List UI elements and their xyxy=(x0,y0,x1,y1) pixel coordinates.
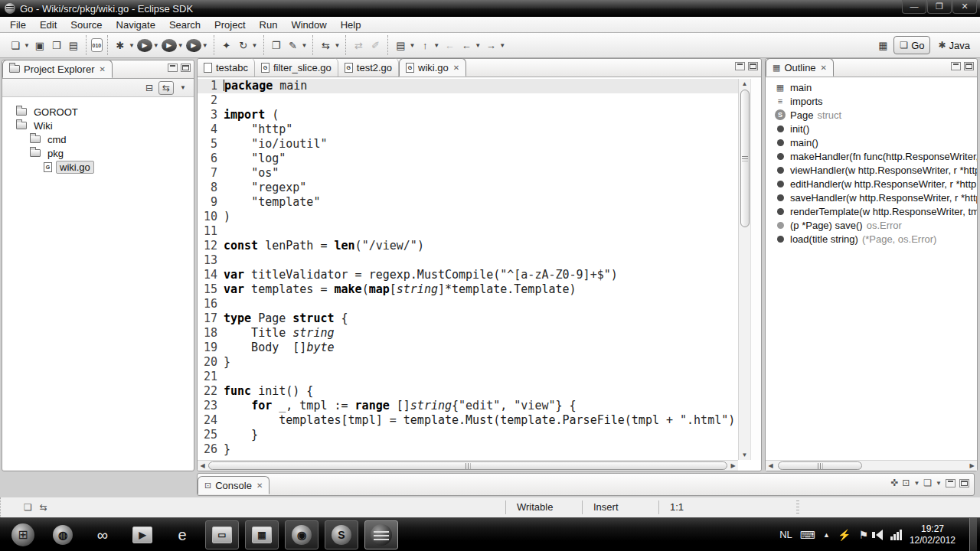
taskbar-windows-explorer-button[interactable]: ▭ xyxy=(205,520,239,549)
menu-search[interactable]: Search xyxy=(162,17,207,33)
minimize-editor-icon[interactable] xyxy=(735,62,745,70)
tree-item-wiki-go[interactable]: Gwiki.go xyxy=(2,160,194,174)
taskbar-eclipse-button[interactable] xyxy=(364,520,398,549)
editor-tab-testabc[interactable]: testabc xyxy=(198,58,255,77)
run-history-icon[interactable]: ▶ xyxy=(162,39,177,52)
outline-item[interactable]: viewHandler(w http.ResponseWriter, r *ht… xyxy=(766,163,977,177)
hidden-icons-chevron[interactable]: ▲ xyxy=(823,531,830,539)
minimize-panel-icon[interactable] xyxy=(168,64,178,72)
code-line-11[interactable]: 11 xyxy=(198,224,738,239)
refresh-icon[interactable]: ↻ xyxy=(236,37,251,53)
dropdown-icon[interactable]: ▼ xyxy=(178,42,184,49)
code-line-18[interactable]: 18 Title string xyxy=(198,326,738,341)
back-icon[interactable]: ← xyxy=(459,37,474,53)
code-line-7[interactable]: 7 "os" xyxy=(198,166,738,181)
menu-help[interactable]: Help xyxy=(334,17,368,33)
code-line-6[interactable]: 6 "log" xyxy=(198,152,738,166)
binary-file-icon[interactable]: 010 xyxy=(91,38,103,52)
volume-icon[interactable] xyxy=(876,530,883,540)
code-line-26[interactable]: 26} xyxy=(198,442,738,457)
open-resource-icon[interactable]: ❐ xyxy=(269,37,284,53)
restore-window-button[interactable]: ❐ xyxy=(927,0,952,14)
maximize-panel-icon[interactable] xyxy=(959,479,969,487)
code-line-2[interactable]: 2 xyxy=(198,93,738,108)
outline-item[interactable]: makeHandler(fn func(http.ResponseWriter, xyxy=(766,149,977,163)
open-perspective-icon[interactable]: ▦ xyxy=(875,37,890,53)
dropdown-icon[interactable]: ▼ xyxy=(433,42,439,49)
outline-tab[interactable]: ▦ Outline ✕ xyxy=(766,58,834,77)
outline-item[interactable]: ≡imports xyxy=(766,94,977,108)
open-console-icon[interactable]: ❏ xyxy=(923,478,932,488)
perspective-go[interactable]: ❏Go xyxy=(893,36,930,54)
outline-horizontal-scrollbar[interactable]: ◀ ▶ xyxy=(766,460,977,471)
horizontal-scroll-thumb[interactable] xyxy=(208,461,727,470)
taskbar-visual-studio-button[interactable]: ∞ xyxy=(86,520,119,549)
save-all-icon[interactable]: ❒ xyxy=(49,37,64,53)
code-line-13[interactable]: 13 xyxy=(198,253,738,268)
display-console-icon[interactable]: ⊡ xyxy=(902,478,910,488)
mark-occurrences-icon[interactable]: ✎ xyxy=(286,37,301,53)
horizontal-scroll-thumb[interactable] xyxy=(778,461,862,470)
close-icon[interactable]: ✕ xyxy=(99,65,105,73)
code-line-23[interactable]: 23 for _, tmpl := range []string{"edit",… xyxy=(198,399,738,413)
run-config-icon[interactable]: ▶ xyxy=(186,39,201,52)
outline-item[interactable]: load(title string)(*Page, os.Error) xyxy=(766,232,977,246)
new-icon[interactable]: ❏ xyxy=(8,37,23,53)
network-signal-icon[interactable] xyxy=(890,530,902,540)
minimize-window-button[interactable]: — xyxy=(902,0,926,14)
menu-run[interactable]: Run xyxy=(253,17,285,33)
code-line-25[interactable]: 25 } xyxy=(198,428,738,442)
editor-tab-wiki-go[interactable]: Gwiki.go✕ xyxy=(399,58,466,77)
code-line-8[interactable]: 8 "regexp" xyxy=(198,181,738,195)
dropdown-icon[interactable]: ▼ xyxy=(409,42,415,49)
outline-item[interactable]: ▦main xyxy=(766,80,977,94)
editor-trim-icon[interactable]: ⇆ xyxy=(40,502,47,513)
code-line-14[interactable]: 14var titleValidator = regexp.MustCompil… xyxy=(198,268,738,282)
window-titlebar[interactable]: Go - Wiki/src/pkg/wiki.go - Eclipse SDK … xyxy=(0,0,980,17)
outline-item[interactable]: saveHandler(w http.ResponseWriter, r *ht… xyxy=(766,191,977,204)
checklist-icon[interactable]: ▤ xyxy=(393,37,408,53)
code-editor[interactable]: 1package main23import (4 "http"5 "io/iou… xyxy=(198,77,761,471)
dropdown-icon[interactable]: ▼ xyxy=(913,480,920,487)
action-center-flag-icon[interactable]: ⚑ xyxy=(858,529,868,541)
dropdown-icon[interactable]: ▼ xyxy=(499,42,505,49)
code-line-19[interactable]: 19 Body []byte xyxy=(198,341,738,355)
forward-icon[interactable]: → xyxy=(483,37,498,53)
new-wizard-icon[interactable]: ✦ xyxy=(219,37,234,53)
fast-view-icon[interactable]: ❏ xyxy=(24,502,32,513)
menu-source[interactable]: Source xyxy=(64,17,109,33)
code-line-12[interactable]: 12const lenPath = len("/view/") xyxy=(198,239,738,253)
pin-console-icon[interactable]: ✜ xyxy=(890,478,898,488)
menu-edit[interactable]: Edit xyxy=(33,17,64,33)
taskbar-calculator-button[interactable]: ▦ xyxy=(245,520,279,549)
minimize-panel-icon[interactable] xyxy=(951,62,961,70)
dropdown-icon[interactable]: ▼ xyxy=(24,42,30,49)
view-menu-icon[interactable]: ▼ xyxy=(175,81,191,95)
taskbar-skype-button[interactable]: S xyxy=(325,520,358,549)
debug-icon[interactable]: ✱ xyxy=(113,37,128,53)
close-icon[interactable]: ✕ xyxy=(453,64,459,72)
power-icon[interactable]: ⚡ xyxy=(838,529,851,541)
code-line-4[interactable]: 4 "http" xyxy=(198,122,738,137)
go-into-icon[interactable]: ↑ xyxy=(417,37,433,53)
tree-item-pkg[interactable]: pkg xyxy=(2,146,194,160)
outline-item[interactable]: main() xyxy=(766,135,977,149)
show-desktop-button[interactable] xyxy=(969,518,977,551)
dropdown-icon[interactable]: ▼ xyxy=(475,42,481,49)
code-line-16[interactable]: 16 xyxy=(198,297,738,311)
collapse-all-icon[interactable]: ⊟ xyxy=(142,81,157,95)
dropdown-icon[interactable]: ▼ xyxy=(153,42,159,49)
code-line-10[interactable]: 10) xyxy=(198,210,738,224)
vertical-scroll-thumb[interactable] xyxy=(740,90,750,227)
taskbar-internet-explorer-button[interactable]: e xyxy=(165,520,199,549)
run-icon[interactable]: ▶ xyxy=(137,39,152,52)
scroll-right-icon[interactable]: ▶ xyxy=(967,461,977,471)
outline-item[interactable]: init() xyxy=(766,122,977,135)
editor-tab-test2-go[interactable]: Gtest2.go xyxy=(338,58,399,77)
close-icon[interactable]: ✕ xyxy=(821,64,827,72)
scroll-left-icon[interactable]: ◀ xyxy=(198,461,207,471)
console-tab[interactable]: ⊡ Console ✕ xyxy=(198,476,270,494)
dropdown-icon[interactable]: ▼ xyxy=(252,42,258,49)
outline-item[interactable]: SPagestruct xyxy=(766,108,977,122)
code-line-20[interactable]: 20} xyxy=(198,355,738,370)
